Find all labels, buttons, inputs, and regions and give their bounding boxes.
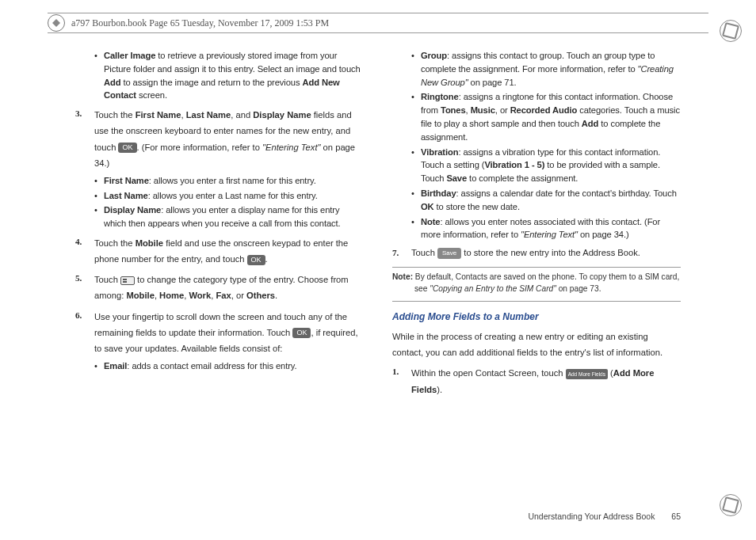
section-heading-add-fields: Adding More Fields to a Number: [392, 310, 681, 324]
header-left: a797 Bourbon.book Page 65 Tuesday, Novem…: [48, 14, 329, 32]
bullet-note: • Note: allows you enter notes associate…: [411, 215, 681, 242]
framemaker-top-icon: [720, 20, 742, 42]
footer-page-number: 65: [671, 511, 681, 521]
ok-button-icon: OK: [247, 255, 265, 265]
ok-button-icon: OK: [118, 143, 136, 153]
divider: [392, 267, 681, 268]
footer-section: Understanding Your Address Book: [528, 511, 655, 521]
step-6: 6. Use your fingertip to scroll down the…: [75, 309, 364, 356]
book-page-icon: [48, 14, 65, 32]
step-7: 7. Touch Save to store the new entry int…: [392, 246, 681, 260]
bullet-birthday: • Birthday: assigns a calendar date for …: [411, 187, 681, 214]
right-column: • Group: assigns this contact to group. …: [392, 48, 681, 508]
left-column: • Caller Image to retrieve a previously …: [75, 48, 364, 508]
step-5: 5. Touch to change the category type of …: [75, 272, 364, 303]
add-more-fields-button-icon: Add More Fields: [566, 369, 608, 380]
step-3: 3. Touch the First Name, Last Name, and …: [75, 107, 364, 171]
page-header: a797 Bourbon.book Page 65 Tuesday, Novem…: [48, 13, 708, 33]
bullet-display-name: • Display Name: allows you enter a displ…: [94, 203, 364, 230]
page-footer: Understanding Your Address Book 65: [528, 511, 681, 521]
bullet-last-name: • Last Name: allows you enter a Last nam…: [94, 189, 364, 203]
bullet-group: • Group: assigns this contact to group. …: [411, 49, 681, 89]
category-icon: [120, 276, 135, 285]
bullet-email: • Email: adds a contact email address fo…: [94, 359, 364, 373]
step-4: 4. Touch the Mobile field and use the on…: [75, 235, 364, 267]
ok-button-icon: OK: [292, 328, 311, 338]
add-fields-intro: While in the process of creating a new e…: [392, 329, 681, 360]
divider: [392, 301, 681, 302]
add-fields-step-1: 1. Within the open Contact Screen, touch…: [392, 365, 681, 397]
note-default-storage: Note: By default, Contacts are saved on …: [392, 271, 681, 295]
content-columns: • Caller Image to retrieve a previously …: [75, 48, 681, 508]
bullet-caller-image: • Caller Image to retrieve a previously …: [94, 49, 364, 102]
bullet-ringtone: • Ringtone: assigns a ringtone for this …: [411, 90, 681, 143]
save-button-icon: Save: [437, 248, 461, 259]
caller-image-label: Caller Image: [104, 51, 155, 60]
bullet-vibration: • Vibration: assigns a vibration type fo…: [411, 146, 681, 185]
framemaker-bottom-icon: [720, 494, 742, 516]
header-text: a797 Bourbon.book Page 65 Tuesday, Novem…: [71, 17, 329, 29]
bullet-first-name: • First Name: allows you enter a first n…: [94, 174, 364, 188]
